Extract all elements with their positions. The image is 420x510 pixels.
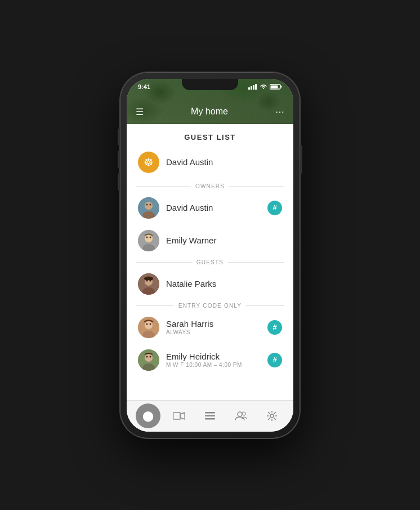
avatar-image [138,197,159,219]
entry-code-label: ENTRY CODE ONLY [178,303,242,309]
status-icons [248,84,282,90]
more-button[interactable]: ⋯ [275,107,284,117]
guest-info: Emily Heidrick M W F 10:00 AM – 4:00 PM [166,352,261,368]
status-time: 9:41 [138,83,150,90]
svg-rect-6 [281,86,282,87]
guest-name: David Austin [166,203,213,212]
list-item[interactable]: Emily Warner [127,224,293,257]
svg-rect-2 [253,85,254,90]
divider-line-left [136,186,191,187]
svg-rect-35 [205,415,215,417]
svg-rect-5 [271,85,278,88]
svg-point-8 [145,202,153,210]
svg-point-10 [146,203,148,205]
list-item[interactable]: Natalie Parks [127,268,293,300]
svg-point-31 [150,356,151,357]
guest-name: Emily Warner [166,236,216,245]
svg-point-38 [242,412,245,415]
svg-point-23 [145,321,153,329]
nav-list[interactable] [198,403,222,428]
guest-info: Sarah Harris ALWAYS [166,319,261,335]
owners-label: OWNERS [195,183,225,189]
current-user-row: ☸ David Austin [127,147,293,181]
header-title: My home [144,107,275,117]
divider-line-left [136,262,192,263]
avatar [138,230,159,251]
svg-marker-32 [173,413,180,419]
hash-badge[interactable]: # [267,320,282,335]
guests-divider: GUESTS [127,257,293,268]
entry-code-divider: ENTRY CODE ONLY [127,300,293,311]
avatar-image [138,349,159,371]
svg-point-15 [146,236,148,238]
svg-marker-33 [180,413,185,419]
guest-list-title: GUEST LIST [127,124,293,147]
current-user-name: David Austin [166,157,213,167]
guest-sub: ALWAYS [166,329,261,335]
avatar-image [138,230,159,251]
guests-label: GUESTS [196,259,224,265]
camera-icon [173,411,185,420]
divider-line-right [246,305,284,306]
svg-point-39 [270,414,274,418]
svg-point-37 [238,412,242,416]
svg-point-30 [146,356,148,357]
avatar [138,317,159,338]
svg-point-16 [150,236,151,238]
wifi-icon [260,84,267,90]
phone-frame: 9:41 [120,72,300,438]
svg-rect-34 [205,412,215,414]
svg-rect-36 [205,418,215,420]
svg-point-13 [145,234,153,242]
nav-settings[interactable] [260,403,284,428]
svg-point-11 [150,203,151,205]
nav-users[interactable] [229,403,253,428]
list-item[interactable]: Sarah Harris ALWAYS # [127,311,293,344]
svg-point-25 [146,323,148,325]
guest-info: Emily Warner [166,236,282,246]
list-item[interactable]: David Austin # [127,192,293,224]
signal-icon [248,84,257,90]
hash-badge[interactable]: # [267,353,282,367]
avatar-image [138,317,159,338]
svg-point-28 [145,354,153,362]
svg-point-26 [150,323,151,325]
guest-name: Sarah Harris [166,319,261,329]
svg-rect-1 [251,86,252,90]
svg-rect-3 [255,84,257,90]
menu-button[interactable]: ☰ [136,107,144,117]
guest-name: Emily Heidrick [166,352,261,361]
app-content: GUEST LIST ☸ David Austin OWNERS [127,124,293,400]
guest-schedule: M W F 10:00 AM – 4:00 PM [166,362,261,368]
avatar [138,197,159,219]
divider-line-left [136,305,174,306]
settings-icon [267,411,277,421]
home-icon: ⬤ [142,410,154,422]
svg-rect-0 [248,87,250,90]
phone-screen: 9:41 [127,79,293,432]
nav-camera[interactable] [167,403,191,428]
list-item[interactable]: Emily Heidrick M W F 10:00 AM – 4:00 PM … [127,344,293,376]
avatar-image [138,273,159,295]
notch [182,79,238,90]
bottom-nav: ⬤ [127,400,293,432]
battery-icon [270,84,282,90]
person-icon: ☸ [144,156,154,169]
divider-line-right [229,186,284,187]
guest-name: Natalie Parks [166,279,216,289]
guest-info: Natalie Parks [166,279,282,289]
users-icon [235,411,247,420]
list-icon [205,412,215,420]
divider-line-right [228,262,284,263]
avatar [138,349,159,371]
nav-home[interactable]: ⬤ [136,403,160,428]
owners-divider: OWNERS [127,181,293,192]
current-user-avatar: ☸ [138,152,159,173]
guest-info: David Austin [166,203,261,213]
hash-badge[interactable]: # [267,201,282,215]
avatar [138,273,159,295]
